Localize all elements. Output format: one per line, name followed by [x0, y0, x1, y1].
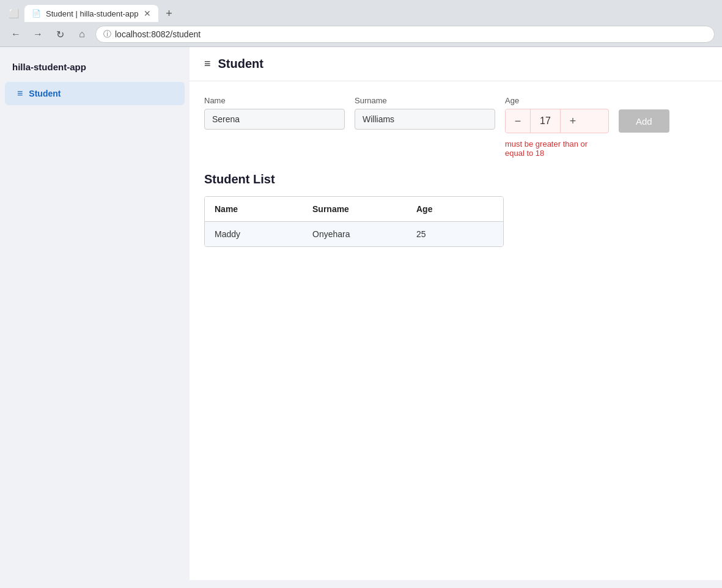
- student-list-section: Student List Name Surname Age Maddy Onye…: [190, 172, 722, 262]
- age-stepper: − 17 +: [505, 109, 609, 133]
- name-field-group: Name: [204, 96, 345, 130]
- table-header: Name Surname Age: [205, 197, 503, 222]
- surname-input[interactable]: [355, 109, 495, 130]
- main-header: ≡ Student: [190, 47, 722, 81]
- address-bar: ← → ↻ ⌂ ⓘ localhost:8082/student: [0, 22, 722, 46]
- browser-tab[interactable]: 📄 Student | hilla-student-app ✕: [24, 5, 158, 22]
- sidebar: hilla-student-app ≡ Student: [0, 47, 190, 580]
- app-title: hilla-student-app: [0, 57, 190, 82]
- back-button[interactable]: ←: [7, 26, 24, 43]
- page-title: Student: [218, 57, 263, 71]
- age-error-message: must be greater than or equal to 18: [505, 139, 609, 158]
- form-row: Name Surname Age − 17 + must be gr: [204, 96, 707, 158]
- cell-name: Maddy: [215, 229, 312, 239]
- home-button[interactable]: ⌂: [73, 26, 90, 43]
- tab-title: Student | hilla-student-app: [46, 9, 139, 18]
- sidebar-item-student[interactable]: ≡ Student: [5, 82, 185, 105]
- tab-close-button[interactable]: ✕: [144, 9, 151, 18]
- url-bar[interactable]: ⓘ localhost:8082/student: [95, 26, 715, 43]
- age-value: 17: [530, 109, 561, 133]
- name-input[interactable]: [204, 109, 345, 130]
- url-info-icon: ⓘ: [103, 29, 111, 40]
- add-button[interactable]: Add: [619, 109, 669, 133]
- forward-button[interactable]: →: [29, 26, 46, 43]
- window-icon: ⬜: [5, 5, 22, 22]
- list-icon: ≡: [17, 88, 23, 99]
- tab-page-icon: 📄: [32, 9, 41, 18]
- browser-chrome: ⬜ 📄 Student | hilla-student-app ✕ + ← → …: [0, 0, 722, 47]
- hamburger-icon[interactable]: ≡: [204, 57, 211, 70]
- table-body: Maddy Onyehara 25: [205, 222, 503, 246]
- student-table: Name Surname Age Maddy Onyehara 25: [204, 196, 504, 247]
- decrement-age-button[interactable]: −: [506, 109, 530, 133]
- form-area: Name Surname Age − 17 + must be gr: [190, 81, 722, 172]
- new-tab-button[interactable]: +: [161, 5, 178, 22]
- cell-surname: Onyehara: [312, 229, 416, 239]
- main-content: ≡ Student Name Surname Age: [190, 47, 722, 580]
- increment-age-button[interactable]: +: [561, 109, 585, 133]
- col-header-name: Name: [215, 204, 312, 214]
- surname-field-group: Surname: [355, 96, 495, 130]
- surname-label: Surname: [355, 96, 495, 105]
- cell-age: 25: [416, 229, 465, 239]
- table-row: Maddy Onyehara 25: [205, 222, 503, 246]
- col-header-surname: Surname: [312, 204, 416, 214]
- col-header-age: Age: [416, 204, 465, 214]
- age-label: Age: [505, 96, 609, 105]
- student-list-title: Student List: [204, 172, 707, 186]
- tab-bar: ⬜ 📄 Student | hilla-student-app ✕ +: [0, 0, 722, 22]
- url-text: localhost:8082/student: [115, 29, 707, 39]
- name-label: Name: [204, 96, 345, 105]
- sidebar-item-label: Student: [29, 89, 61, 98]
- age-field-group: Age − 17 + must be greater than or equal…: [505, 96, 609, 158]
- app-layout: hilla-student-app ≡ Student ≡ Student Na…: [0, 47, 722, 580]
- refresh-button[interactable]: ↻: [51, 26, 68, 43]
